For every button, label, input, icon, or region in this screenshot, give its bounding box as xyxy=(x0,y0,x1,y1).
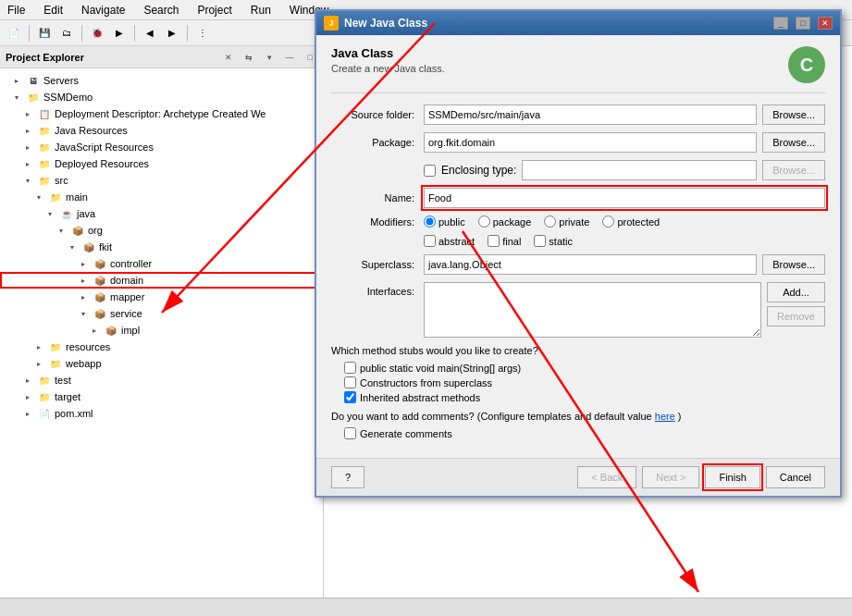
modifier-row2: abstract final static xyxy=(424,235,825,247)
generate-comments-checkbox[interactable]: Generate comments xyxy=(344,427,825,439)
panel-min-icon[interactable]: — xyxy=(282,50,297,65)
modifier-abstract-checkbox[interactable]: abstract xyxy=(424,235,475,247)
tree-item-java-resources[interactable]: ▸📁Java Resources xyxy=(0,122,323,139)
stub-inherited-checkbox[interactable]: Inherited abstract methods xyxy=(344,391,825,403)
wizard-header: Java Class Create a new Java class. C xyxy=(331,46,825,93)
superclass-browse-button[interactable]: Browse... xyxy=(762,254,825,275)
modifier-protected-radio[interactable]: protected xyxy=(602,216,660,228)
footer-left: ? xyxy=(331,466,364,488)
tree-item-domain[interactable]: ▸📦domain xyxy=(0,272,323,289)
tree-item-fkit[interactable]: ▾📦fkit xyxy=(0,239,323,255)
stub-main-checkbox[interactable]: public static void main(String[] args) xyxy=(344,362,825,374)
tree-item-src[interactable]: ▾📁src xyxy=(0,172,323,189)
interfaces-remove-button[interactable]: Remove xyxy=(767,306,825,326)
toolbar-save-all[interactable]: 🗂 xyxy=(56,23,77,43)
panel-collapse-icon[interactable]: ▾ xyxy=(262,50,277,65)
enclosing-type-browse-button[interactable]: Browse... xyxy=(762,160,825,180)
next-button[interactable]: Next > xyxy=(642,466,699,488)
tree-item-mapper[interactable]: ▸📦mapper xyxy=(0,289,323,305)
finish-button[interactable]: Finish xyxy=(705,466,759,488)
tree-icon-target: 📁 xyxy=(37,389,52,404)
modifier-static-checkbox[interactable]: static xyxy=(534,235,573,247)
tree-icon-ssmdemo: 📁 xyxy=(26,90,41,105)
modifier-private-radio[interactable]: private xyxy=(544,216,589,228)
tree-item-servers[interactable]: ▸🖥Servers xyxy=(0,72,323,89)
modifier-public-label: public xyxy=(438,216,465,228)
cancel-button[interactable]: Cancel xyxy=(766,466,825,488)
tree-item-java[interactable]: ▾☕java xyxy=(0,205,323,222)
tree-label-java: java xyxy=(77,208,95,219)
source-folder-browse-button[interactable]: Browse... xyxy=(762,105,825,125)
new-java-class-dialog[interactable]: J New Java Class _ □ ✕ Java Class Create… xyxy=(315,9,842,498)
tree-item-main[interactable]: ▾📁main xyxy=(0,189,323,205)
source-folder-row: Source folder: Browse... xyxy=(331,105,825,125)
package-browse-button[interactable]: Browse... xyxy=(762,132,825,153)
back-button[interactable]: < Back xyxy=(577,466,636,488)
tree-label-controller: controller xyxy=(110,258,152,269)
interfaces-add-button[interactable]: Add... xyxy=(767,282,825,302)
toolbar-run[interactable]: ▶ xyxy=(109,23,130,43)
panel-close-icon[interactable]: ✕ xyxy=(221,50,236,65)
modifier-package-radio[interactable]: package xyxy=(478,216,532,228)
menu-file[interactable]: File xyxy=(4,2,29,18)
enclosing-type-text: Enclosing type: xyxy=(441,164,516,177)
tree-label-fkit: fkit xyxy=(99,241,112,253)
tree-item-test[interactable]: ▸📁test xyxy=(0,372,323,388)
modifier-public-radio[interactable]: public xyxy=(424,216,465,228)
tree-item-service[interactable]: ▾📦service xyxy=(0,305,323,322)
tree-arrow-javascript-resources: ▸ xyxy=(26,143,37,152)
dialog-minimize-button[interactable]: _ xyxy=(773,17,788,30)
source-folder-input[interactable] xyxy=(424,105,757,125)
comments-link[interactable]: here xyxy=(655,411,675,422)
tree-icon-java-resources: 📁 xyxy=(37,123,52,138)
tree-item-org[interactable]: ▾📦org xyxy=(0,222,323,239)
menu-run[interactable]: Run xyxy=(247,2,275,18)
package-input[interactable] xyxy=(424,132,757,153)
toolbar-prev[interactable]: ◀ xyxy=(140,23,160,43)
menu-edit[interactable]: Edit xyxy=(40,2,67,18)
toolbar-more[interactable]: ⋮ xyxy=(192,23,213,43)
tree-item-ssmdemo[interactable]: ▾📁SSMDemo xyxy=(0,89,323,105)
menu-project[interactable]: Project xyxy=(193,2,235,18)
enclosing-type-checkbox[interactable] xyxy=(424,165,436,177)
dialog-maximize-button[interactable]: □ xyxy=(796,17,810,30)
stub-constructors-checkbox[interactable]: Constructors from superclass xyxy=(344,376,825,388)
tree-icon-servers: 🖥 xyxy=(26,73,41,88)
enclosing-type-input[interactable] xyxy=(522,160,757,180)
help-button[interactable]: ? xyxy=(331,466,364,488)
name-label: Name: xyxy=(331,192,424,203)
menu-search[interactable]: Search xyxy=(140,2,182,18)
tree-item-impl[interactable]: ▸📦impl xyxy=(0,322,323,339)
tree-item-pomxml[interactable]: ▸📄pom.xml xyxy=(0,405,323,422)
tree-item-deployment[interactable]: ▸📋Deployment Descriptor: Archetype Creat… xyxy=(0,105,323,122)
tree-item-resources[interactable]: ▸📁resources xyxy=(0,339,323,355)
tree-item-deployed-resources[interactable]: ▸📁Deployed Resources xyxy=(0,155,323,172)
dialog-form: Java Class Create a new Java class. C So… xyxy=(316,35,840,458)
toolbar-new[interactable]: 📄 xyxy=(4,23,24,43)
tree-arrow-pomxml: ▸ xyxy=(26,410,37,418)
left-panel: Project Explorer ✕ ⇆ ▾ — □ ▸🖥Servers▾📁SS… xyxy=(0,46,324,598)
panel-title: Project Explorer xyxy=(6,52,216,63)
toolbar-debug[interactable]: 🐞 xyxy=(87,23,107,43)
menu-navigate[interactable]: Navigate xyxy=(78,2,129,18)
tree-arrow-mapper: ▸ xyxy=(81,293,93,302)
panel-sync-icon[interactable]: ⇆ xyxy=(241,50,256,65)
tree-item-webapp[interactable]: ▸📁webapp xyxy=(0,355,323,372)
tree-label-java-resources: Java Resources xyxy=(55,125,128,136)
interfaces-input[interactable] xyxy=(424,282,761,338)
tree-label-domain: domain xyxy=(110,275,143,286)
modifier-final-checkbox[interactable]: final xyxy=(488,235,521,247)
source-folder-label: Source folder: xyxy=(331,109,424,120)
name-input[interactable] xyxy=(424,188,825,208)
tree-arrow-webapp: ▸ xyxy=(37,360,48,368)
toolbar-save[interactable]: 💾 xyxy=(34,23,55,43)
tree-item-target[interactable]: ▸📁target xyxy=(0,388,323,405)
tree-icon-mapper: 📦 xyxy=(93,290,107,304)
superclass-input[interactable] xyxy=(424,254,757,275)
toolbar-next-nav[interactable]: ▶ xyxy=(162,23,182,43)
toolbar-sep-4 xyxy=(187,25,188,42)
tree-item-controller[interactable]: ▸📦controller xyxy=(0,255,323,272)
project-tree: ▸🖥Servers▾📁SSMDemo▸📋Deployment Descripto… xyxy=(0,68,323,598)
dialog-close-button[interactable]: ✕ xyxy=(818,17,833,30)
tree-item-javascript-resources[interactable]: ▸📁JavaScript Resources xyxy=(0,139,323,155)
